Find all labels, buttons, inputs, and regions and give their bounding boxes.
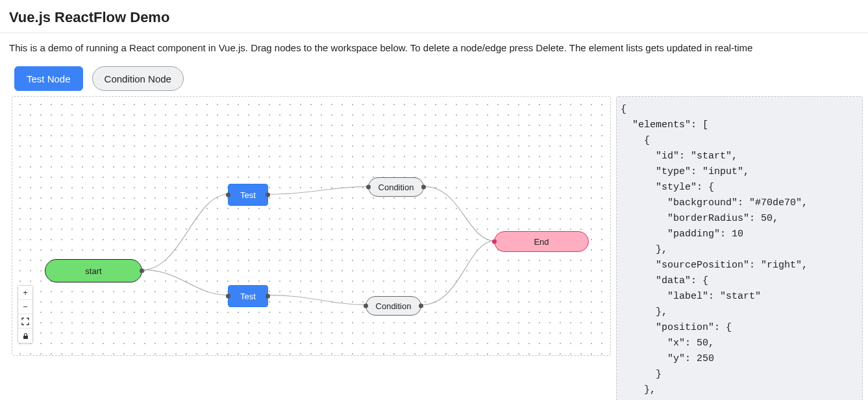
page-title: Vue.js ReactFlow Demo bbox=[0, 0, 868, 33]
handle-right[interactable] bbox=[266, 294, 270, 299]
node-label: End bbox=[534, 237, 549, 247]
handle-left[interactable] bbox=[364, 304, 368, 308]
test-node-button[interactable]: Test Node bbox=[14, 66, 83, 91]
lock-button[interactable] bbox=[18, 329, 32, 343]
fit-view-button[interactable] bbox=[18, 314, 32, 329]
handle-left[interactable] bbox=[366, 185, 371, 190]
minus-icon: − bbox=[23, 302, 28, 312]
json-preview: { "elements": [ { "id": "start", "type":… bbox=[621, 102, 858, 398]
handle-left[interactable] bbox=[226, 193, 230, 197]
json-panel: { "elements": [ { "id": "start", "type":… bbox=[616, 96, 863, 400]
handle-right[interactable] bbox=[140, 269, 144, 273]
handle-left[interactable] bbox=[226, 294, 230, 299]
flow-canvas[interactable]: start Test Test Condition Condition End bbox=[12, 96, 611, 356]
handle-right[interactable] bbox=[419, 304, 423, 308]
handle-right[interactable] bbox=[266, 193, 270, 197]
zoom-out-button[interactable]: − bbox=[18, 300, 32, 314]
node-test-1[interactable]: Test bbox=[228, 184, 268, 206]
handle-right[interactable] bbox=[421, 185, 426, 190]
svg-rect-0 bbox=[23, 336, 28, 339]
node-label: Test bbox=[240, 190, 256, 200]
node-condition-1[interactable]: Condition bbox=[368, 177, 424, 197]
intro-text: This is a demo of running a React compon… bbox=[0, 33, 868, 57]
edges-layer bbox=[12, 97, 610, 355]
node-label: Test bbox=[240, 292, 256, 301]
fit-icon bbox=[21, 318, 29, 325]
node-test-2[interactable]: Test bbox=[228, 285, 268, 307]
toolbar: Test Node Condition Node bbox=[0, 57, 868, 96]
node-label: Condition bbox=[378, 182, 414, 192]
node-label: start bbox=[85, 266, 101, 276]
flow-controls: + − bbox=[18, 285, 33, 344]
zoom-in-button[interactable]: + bbox=[18, 286, 32, 300]
lock-icon bbox=[22, 332, 29, 340]
plus-icon: + bbox=[23, 288, 28, 297]
node-start[interactable]: start bbox=[45, 259, 142, 282]
condition-node-button[interactable]: Condition Node bbox=[92, 66, 184, 91]
node-condition-2[interactable]: Condition bbox=[366, 296, 421, 316]
handle-left[interactable] bbox=[492, 240, 497, 244]
node-label: Condition bbox=[376, 301, 412, 311]
node-end[interactable]: End bbox=[494, 231, 589, 252]
